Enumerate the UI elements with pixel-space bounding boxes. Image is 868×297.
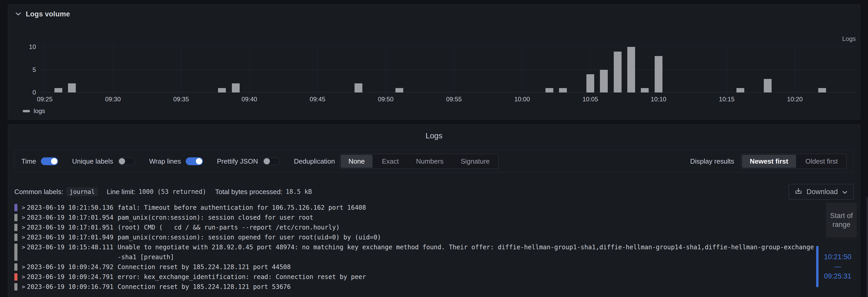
toggle-knob [51,158,57,165]
display-results-label: Display results [690,157,734,166]
dedup-option-signature[interactable]: Signature [453,155,497,168]
chevron-right-icon[interactable]: > [20,213,27,222]
logs-panel-title: Logs [8,131,860,140]
x-axis-tick: 10:20 [787,96,803,103]
chevron-right-icon[interactable]: > [20,272,27,282]
log-message: pam_unix(cron:session): session closed f… [118,213,816,222]
chart-bar[interactable] [586,74,594,92]
page-scrollbar[interactable] [866,197,868,297]
chart-bar[interactable] [559,88,567,93]
x-axis-tick: 09:45 [310,96,326,103]
log-row[interactable]: >2023-06-19 10:17:01.954pam_unix(cron:se… [14,213,816,222]
range-separator: — [834,263,841,271]
toggle-switch[interactable] [186,157,203,165]
x-axis-tick: 09:30 [105,96,121,103]
log-timestamp: 2023-06-19 10:17:01.949 [27,232,113,242]
chart-bar[interactable] [218,88,226,93]
grid-line-v [454,43,454,92]
chart-bar[interactable] [737,88,744,93]
log-row[interactable]: >2023-06-19 10:17:01.951(root) CMD ( cd … [14,222,816,232]
chart-bar[interactable] [600,70,608,93]
log-row[interactable]: >2023-06-19 10:21:50.136fatal: Timeout b… [14,203,816,213]
log-message: Connection reset by 185.224.128.121 port… [118,282,816,292]
toggle-wrap-lines: Wrap lines [149,157,203,166]
logs-area: >2023-06-19 10:21:50.136fatal: Timeout b… [14,203,857,297]
chart-legend[interactable]: logs [23,107,45,115]
grid-line-v [795,43,795,92]
range-indicator[interactable]: 10:21:50 — 09:25:31 [816,246,857,287]
legend-series-label[interactable]: logs [34,107,45,115]
chart-bar[interactable] [546,88,553,93]
dedup-option-none[interactable]: None [341,155,373,168]
log-timestamp: 2023-06-19 10:09:24.791 [27,272,113,282]
log-level-indicator [14,234,18,241]
toggle-switch[interactable] [41,157,58,165]
chart-bar[interactable] [641,88,649,93]
x-axis-tick: 10:05 [583,96,598,103]
toggle-time: Time [21,157,58,166]
chart-bar[interactable] [614,52,622,93]
grid-line-v [522,43,522,92]
x-axis-tick: 10:15 [719,96,735,103]
log-row[interactable]: >2023-06-19 10:09:24.791error: kex_excha… [14,272,816,282]
chevron-right-icon[interactable]: > [20,203,27,213]
chevron-right-icon[interactable]: > [20,282,27,292]
chart-bar[interactable] [818,88,826,93]
log-row[interactable]: >2023-06-19 10:09:24.792Connection reset… [14,262,816,272]
x-axis-tick: 09:50 [378,96,394,103]
chevron-right-icon[interactable]: > [20,262,27,272]
log-row[interactable]: >2023-06-19 10:17:01.949pam_unix(cron:se… [14,232,816,242]
grid-line-h [41,69,856,70]
x-axis-tick: 09:40 [242,96,257,103]
toggle-label: Unique labels [72,157,113,166]
deduplication-label: Deduplication [294,157,335,166]
chevron-right-icon[interactable]: > [20,222,27,232]
logs-controls-bar: TimeUnique labelsWrap linesPrettify JSON… [14,150,854,173]
chart-plot-area[interactable]: 0510 [41,43,856,92]
chart-bar[interactable] [396,88,403,93]
line-limit-value: 1000 (53 returned) [138,188,206,196]
toggle-switch[interactable] [262,157,280,165]
deduplication-options: NoneExactNumbersSignature [340,154,499,169]
toggle-prettify-json: Prettify JSON [217,157,280,166]
toggle-label: Time [21,157,36,166]
chart-bar[interactable] [232,83,240,92]
chart-bar[interactable] [655,56,662,92]
chart-axis-right-label: Logs [842,35,856,42]
chart-bar[interactable] [55,88,62,93]
dedup-option-exact[interactable]: Exact [374,155,407,168]
y-axis-tick: 10 [29,43,36,51]
log-message: fatal: Timeout before authentication for… [118,203,816,213]
log-level-indicator [14,214,18,221]
chart-bar[interactable] [764,79,772,93]
grid-line-v [249,43,250,92]
log-list: >2023-06-19 10:21:50.136fatal: Timeout b… [14,203,816,297]
toggle-switch[interactable] [118,157,135,165]
start-of-range-button[interactable]: Start of range [826,203,857,238]
log-row[interactable]: >2023-06-19 10:15:48.111Unable to negoti… [14,242,816,262]
chart-bar[interactable] [627,47,635,92]
logs-volume-panel: Logs volume Logs 0510 09:2509:3009:3509:… [8,4,860,120]
log-message: Unable to negotiate with 218.92.0.45 por… [118,242,816,262]
chart-bar[interactable] [68,83,76,92]
log-timestamp: 2023-06-19 10:09:16.791 [27,282,113,292]
toggle-label: Prettify JSON [217,157,258,166]
y-axis-tick: 5 [33,66,36,73]
chart-bar[interactable] [354,83,362,92]
chevron-right-icon[interactable]: > [20,242,27,252]
line-limit-label: Line limit: [107,188,135,196]
log-row[interactable]: >2023-06-19 10:09:16.791Connection reset… [14,282,816,292]
range-time-top: 10:21:50 [824,253,851,261]
x-axis-tick: 10:10 [651,96,666,103]
common-labels-badge[interactable]: journal [66,187,98,196]
display-option-oldest-first[interactable]: Oldest first [798,155,846,168]
range-indicator-bar[interactable] [816,246,818,287]
download-button[interactable]: Download [788,184,854,200]
log-timestamp: 2023-06-19 10:21:50.136 [27,203,113,213]
log-level-indicator [14,273,18,280]
display-option-newest-first[interactable]: Newest first [742,155,796,168]
chevron-right-icon[interactable]: > [20,232,27,242]
log-timestamp: 2023-06-19 10:09:24.792 [27,262,113,272]
total-bytes-label: Total bytes processed: [215,188,283,196]
dedup-option-numbers[interactable]: Numbers [408,155,451,168]
